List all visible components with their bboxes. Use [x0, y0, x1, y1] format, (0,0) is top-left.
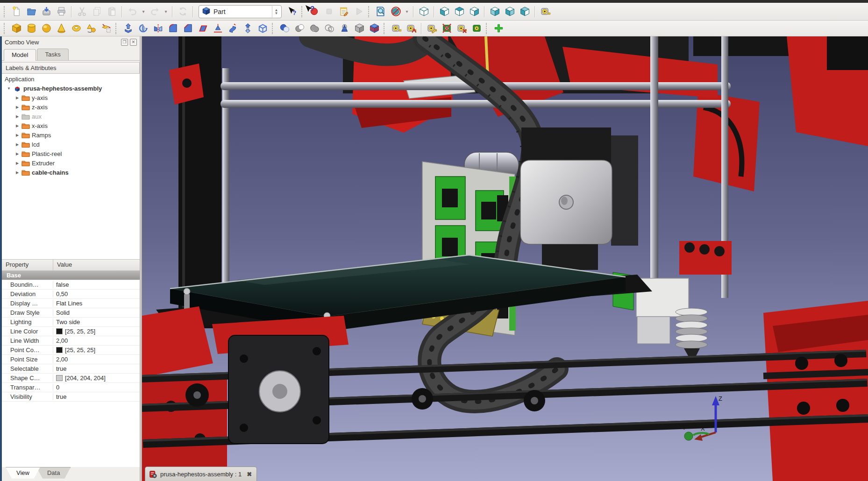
expander-icon[interactable]: ▶ — [14, 133, 21, 137]
dropdown-arrow-icon[interactable]: ▾ — [140, 5, 147, 19]
property-row[interactable]: Draw StyleSolid — [2, 308, 140, 318]
part-sphere-button[interactable] — [39, 21, 54, 35]
property-value[interactable]: 2,00 — [53, 356, 140, 363]
print-button[interactable] — [54, 5, 69, 19]
measure-toggle-all-button[interactable] — [454, 21, 469, 35]
property-row[interactable]: Boundin…false — [2, 280, 140, 290]
close-window-icon[interactable]: ✕ — [130, 39, 137, 46]
open-file-button[interactable] — [24, 5, 39, 19]
property-value[interactable]: [204, 204, 204] — [53, 375, 140, 382]
expander-icon[interactable]: ▶ — [14, 142, 21, 147]
toolbar-grip-handle[interactable] — [368, 6, 371, 17]
part-loft-button[interactable] — [240, 21, 255, 35]
property-value[interactable]: false — [53, 281, 140, 288]
part-connect-button[interactable] — [337, 21, 352, 35]
toolbar-grip-handle[interactable] — [4, 6, 7, 17]
toolbar-grip-handle[interactable] — [301, 6, 305, 17]
part-cut-button[interactable] — [292, 21, 307, 35]
tree-item-y-axis[interactable]: ▶ y-axis — [2, 93, 140, 102]
property-value[interactable]: [25, 25, 25] — [53, 328, 140, 335]
dropdown-arrow-icon[interactable]: ▾ — [162, 5, 170, 19]
part-union-button[interactable] — [307, 21, 322, 35]
whats-this-button[interactable]: ? — [285, 5, 299, 19]
expander-icon[interactable]: ▶ — [14, 170, 21, 175]
property-value[interactable]: true — [53, 393, 140, 400]
part-shape-builder-button[interactable] — [99, 21, 114, 35]
panel-tab-data[interactable]: Data — [36, 467, 71, 480]
property-row[interactable]: Line Width2,00 — [2, 336, 140, 346]
save-file-button[interactable] — [39, 5, 54, 19]
property-row[interactable]: Transpar…0 — [2, 383, 140, 392]
workbench-selector[interactable]: Part▲▼ — [199, 5, 282, 18]
part-extrude-button[interactable] — [121, 21, 135, 35]
workbench-spinner[interactable]: ▲▼ — [272, 6, 280, 17]
part-boolean-button[interactable] — [277, 21, 292, 35]
part-offset-button[interactable] — [210, 21, 225, 35]
tree-item-z-axis[interactable]: ▶ z-axis — [2, 102, 140, 112]
tree-item-cable-chains[interactable]: ▶ cable-chains — [2, 168, 140, 177]
tab-tasks[interactable]: Tasks — [37, 49, 68, 60]
part-chamfer-button[interactable] — [180, 21, 195, 35]
property-value[interactable]: Solid — [53, 309, 140, 316]
add-simple-shape-button[interactable] — [491, 21, 506, 35]
property-row[interactable]: Shape C…[204, 204, 204] — [2, 374, 140, 383]
tree-item-lcd[interactable]: ▶ lcd — [2, 140, 140, 149]
part-compound-button[interactable] — [352, 21, 367, 35]
float-window-icon[interactable]: ❐ — [121, 39, 128, 46]
tree-item-document[interactable]: ▼ prusa-hephestos-assembly — [2, 84, 140, 93]
measure-clear-all-button[interactable] — [439, 21, 454, 35]
tree-item-aux[interactable]: ▶ aux — [2, 112, 140, 121]
part-splitter-button[interactable] — [367, 21, 382, 35]
toolbar-grip-handle[interactable] — [272, 23, 275, 34]
part-sweep-button[interactable] — [225, 21, 240, 35]
part-mirror-button[interactable] — [150, 21, 165, 35]
property-row[interactable]: Line Color[25, 25, 25] — [2, 327, 140, 336]
property-editor[interactable]: PropertyValue BaseBoundin…falseDeviation… — [2, 260, 140, 467]
part-fillet-button[interactable] — [165, 21, 180, 35]
part-box-button[interactable] — [9, 21, 24, 35]
toolbar-grip-handle[interactable] — [384, 23, 387, 34]
property-value[interactable]: true — [53, 365, 140, 372]
view-fit-all-button[interactable] — [373, 5, 388, 19]
property-value[interactable]: 2,00 — [53, 337, 140, 344]
property-row[interactable]: LightingTwo side — [2, 318, 140, 327]
part-thickness-button[interactable] — [255, 21, 270, 35]
view-rear-button[interactable] — [487, 5, 502, 19]
tree-item-x-axis[interactable]: ▶ x-axis — [2, 121, 140, 130]
document-tab-close-icon[interactable]: ✖ — [245, 471, 252, 478]
expander-icon[interactable]: ▶ — [14, 152, 21, 156]
part-revolve-button[interactable] — [135, 21, 150, 35]
measure-toggle-3d-button[interactable] — [469, 21, 484, 35]
property-value[interactable]: Flat Lines — [53, 300, 140, 307]
property-row[interactable]: Selectabletrue — [2, 364, 140, 374]
view-axonometric-button[interactable] — [416, 5, 431, 19]
expander-icon[interactable]: ▼ — [6, 86, 12, 91]
view-front-button[interactable] — [437, 5, 452, 19]
property-row[interactable]: Visibilitytrue — [2, 392, 140, 402]
property-row[interactable]: Point Size2,00 — [2, 355, 140, 364]
measure-angular-button[interactable] — [404, 21, 419, 35]
tab-model[interactable]: Model — [4, 49, 36, 61]
tree-item-ramps[interactable]: ▶ Ramps — [2, 130, 140, 140]
toolbar-grip-handle[interactable] — [115, 23, 119, 34]
expander-icon[interactable]: ▶ — [14, 114, 21, 119]
expander-icon[interactable]: ▶ — [14, 105, 21, 109]
part-cylinder-button[interactable] — [24, 21, 39, 35]
expander-icon[interactable]: ▶ — [14, 161, 21, 165]
dropdown-arrow-icon[interactable]: ▾ — [403, 5, 411, 19]
view-top-button[interactable] — [452, 5, 467, 19]
model-tree[interactable]: Application ▼ prusa-hephestos-assembly▶ … — [2, 74, 140, 260]
view-bottom-button[interactable] — [502, 5, 517, 19]
new-file-button[interactable] — [9, 5, 24, 19]
property-value[interactable]: 0,50 — [53, 290, 140, 297]
panel-tab-view[interactable]: View — [6, 467, 40, 480]
part-cone-button[interactable] — [54, 21, 69, 35]
property-value[interactable]: 0 — [53, 384, 140, 391]
toolbar-grip-handle[interactable] — [4, 23, 7, 34]
part-torus-button[interactable] — [69, 21, 84, 35]
property-value[interactable]: Two side — [53, 318, 140, 325]
view-left-button[interactable] — [517, 5, 532, 19]
measure-linear-button[interactable] — [389, 21, 404, 35]
document-tab[interactable]: prusa-hephestos-assembly : 1 ✖ — [145, 467, 257, 481]
tree-item-extruder[interactable]: ▶ Extruder — [2, 158, 140, 168]
